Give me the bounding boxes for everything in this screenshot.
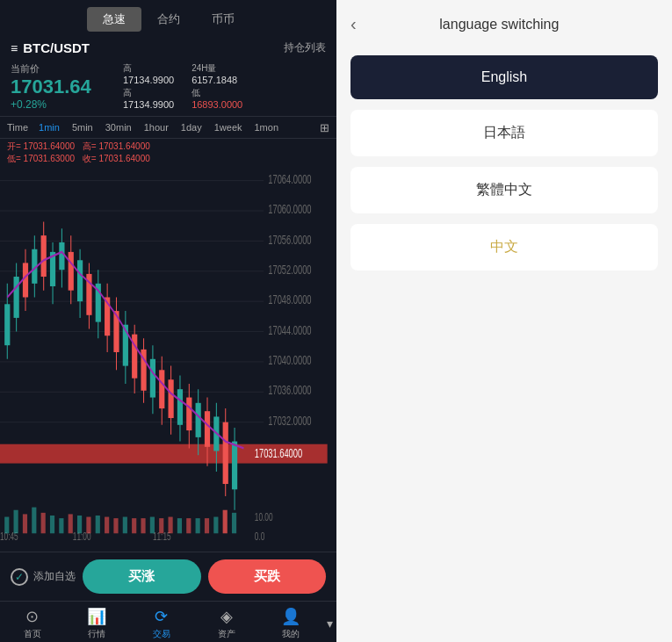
price-change: +0.28% — [11, 98, 116, 111]
tab-coin[interactable]: 币币 — [196, 7, 250, 32]
svg-rect-91 — [132, 518, 136, 533]
chart-type-icon[interactable]: ⊞ — [320, 121, 329, 134]
trading-panel: 急速 合约 币币 ≡ BTC/USDT 持仓列表 当前价 17031.64 +0… — [0, 0, 336, 642]
stat-row-2: 高 17134.9900 低 16893.0000 — [123, 87, 242, 110]
svg-rect-82 — [50, 516, 54, 533]
svg-rect-65 — [205, 412, 210, 448]
pair-name-label: BTC/USDT — [23, 40, 90, 55]
svg-rect-63 — [196, 403, 201, 437]
market-header: ≡ BTC/USDT 持仓列表 — [0, 37, 336, 61]
svg-rect-89 — [113, 518, 118, 533]
svg-rect-57 — [169, 380, 174, 419]
svg-rect-93 — [150, 517, 155, 534]
stat-volume: 24H量 6157.1848 — [191, 62, 237, 85]
time-tab-1week[interactable]: 1week — [209, 120, 248, 134]
top-tabs: 急速 合约 币币 — [0, 0, 336, 37]
bottom-actions: ✓ 添加自选 买涨 买跌 — [0, 552, 336, 601]
nav-profile-label: 我的 — [282, 628, 300, 640]
svg-text:17044.0000: 17044.0000 — [268, 323, 311, 338]
nav-profile[interactable]: 👤 我的 — [258, 607, 323, 640]
time-tab-5min[interactable]: 5min — [67, 120, 98, 134]
checkmark-icon: ✓ — [11, 568, 28, 586]
time-label: Time — [7, 122, 28, 133]
high-label: 高 — [123, 62, 174, 75]
svg-rect-23 — [14, 277, 19, 318]
svg-text:17040.0000: 17040.0000 — [268, 353, 311, 368]
svg-rect-97 — [186, 518, 191, 533]
home-icon: ⊙ — [25, 607, 39, 626]
tab-contract[interactable]: 合约 — [141, 7, 196, 32]
nav-market[interactable]: 📊 行情 — [65, 607, 130, 640]
lang-traditional-chinese[interactable]: 繁體中文 — [350, 167, 658, 213]
svg-rect-90 — [123, 517, 127, 534]
svg-rect-55 — [159, 371, 164, 409]
svg-rect-80 — [32, 508, 36, 534]
nav-assets[interactable]: ◈ 资产 — [194, 607, 259, 640]
svg-text:17031.64000: 17031.64000 — [255, 447, 303, 462]
time-tab-1min[interactable]: 1min — [33, 120, 65, 134]
nav-home-label: 首页 — [24, 628, 41, 640]
high-value: 17134.9900 — [123, 75, 174, 85]
svg-rect-96 — [177, 518, 182, 533]
volume-value: 6157.1848 — [191, 75, 237, 85]
price-stats: 高 17134.9900 24H量 6157.1848 高 17134.9900… — [123, 62, 242, 111]
stat-high: 高 17134.9900 — [123, 62, 174, 85]
price-section: 当前价 17031.64 +0.28% 高 17134.9900 24H量 61… — [0, 61, 336, 116]
svg-text:0.0: 0.0 — [255, 530, 265, 543]
lang-japanese[interactable]: 日本語 — [350, 110, 658, 156]
volume-label: 24H量 — [191, 62, 237, 75]
svg-rect-87 — [96, 516, 100, 533]
svg-text:17060.0000: 17060.0000 — [268, 203, 311, 218]
buy-long-button[interactable]: 买涨 — [83, 559, 201, 594]
menu-icon: ≡ — [11, 41, 18, 55]
svg-rect-61 — [186, 398, 191, 431]
time-tab-30min[interactable]: 30min — [100, 120, 137, 134]
svg-rect-88 — [105, 517, 109, 534]
chart-high: 高= 17031.64000 — [83, 141, 150, 151]
svg-rect-71 — [232, 442, 237, 490]
stat-row-1: 高 17134.9900 24H量 6157.1848 — [123, 62, 242, 85]
svg-rect-77 — [4, 517, 9, 534]
time-tab-1mon[interactable]: 1mon — [249, 120, 285, 134]
high2-label: 高 — [123, 87, 174, 99]
nav-trade[interactable]: ⟳ 交易 — [129, 607, 194, 640]
time-tab-1hour[interactable]: 1hour — [139, 120, 174, 134]
svg-text:17036.0000: 17036.0000 — [268, 384, 311, 399]
stat-high2: 高 17134.9900 — [123, 87, 174, 110]
lang-english[interactable]: English — [350, 55, 658, 99]
svg-rect-101 — [223, 510, 228, 534]
buy-short-button[interactable]: 买跌 — [208, 559, 327, 594]
price-label: 当前价 — [11, 62, 116, 76]
nav-home[interactable]: ⊙ 首页 — [0, 607, 65, 640]
time-tab-1day[interactable]: 1day — [176, 120, 207, 134]
market-icon: 📊 — [87, 607, 106, 626]
bottom-nav: ⊙ 首页 📊 行情 ⟳ 交易 ◈ 资产 👤 我的 ▾ — [0, 601, 336, 642]
svg-rect-100 — [213, 517, 218, 534]
svg-text:17056.0000: 17056.0000 — [268, 233, 311, 248]
chart-values: 开= 17031.64000 高= 17031.64000 低= 17031.6… — [0, 139, 336, 167]
svg-rect-79 — [23, 515, 27, 534]
svg-rect-53 — [150, 359, 155, 398]
positions-link[interactable]: 持仓列表 — [284, 40, 326, 55]
add-watchlist-button[interactable]: ✓ 添加自选 — [11, 568, 76, 586]
svg-rect-33 — [59, 242, 64, 270]
nav-dropdown[interactable]: ▾ — [323, 607, 336, 640]
right-header: ‹ language switching — [336, 0, 672, 45]
lang-simplified-chinese[interactable]: 中文 — [350, 224, 658, 271]
tab-quick[interactable]: 急速 — [87, 7, 141, 32]
nav-trade-label: 交易 — [153, 628, 170, 640]
language-list: English 日本語 繁體中文 中文 — [336, 45, 672, 281]
svg-rect-21 — [4, 305, 10, 346]
language-panel: ‹ language switching English 日本語 繁體中文 中文 — [336, 0, 672, 642]
svg-text:17032.0000: 17032.0000 — [268, 414, 311, 429]
chart-low: 低= 17031.63000 — [7, 154, 75, 163]
back-button[interactable]: ‹ — [350, 14, 357, 34]
svg-rect-95 — [169, 517, 173, 534]
nav-assets-label: 资产 — [218, 628, 235, 640]
add-watchlist-label: 添加自选 — [33, 569, 76, 584]
svg-rect-69 — [223, 422, 228, 484]
current-price: 17031.64 — [11, 76, 116, 98]
low-label: 低 — [191, 87, 242, 99]
profile-icon: 👤 — [281, 607, 300, 626]
svg-rect-84 — [69, 515, 73, 534]
